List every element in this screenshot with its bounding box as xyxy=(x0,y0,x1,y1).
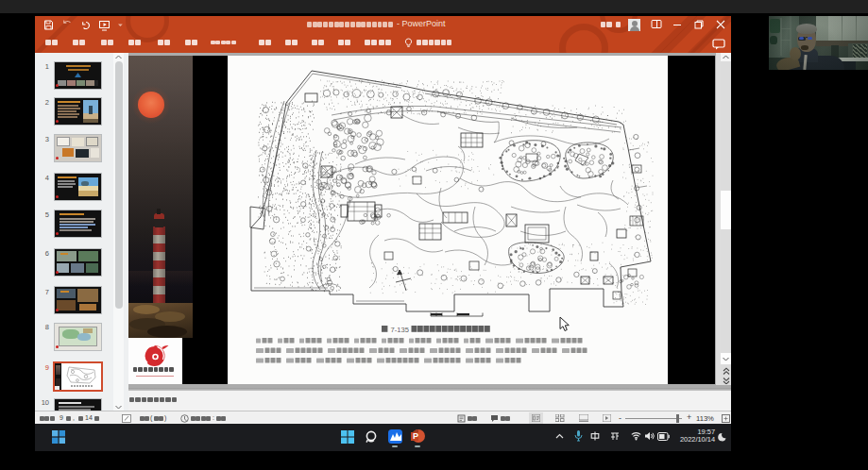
svg-text:7-135: 7-135 xyxy=(391,326,409,334)
